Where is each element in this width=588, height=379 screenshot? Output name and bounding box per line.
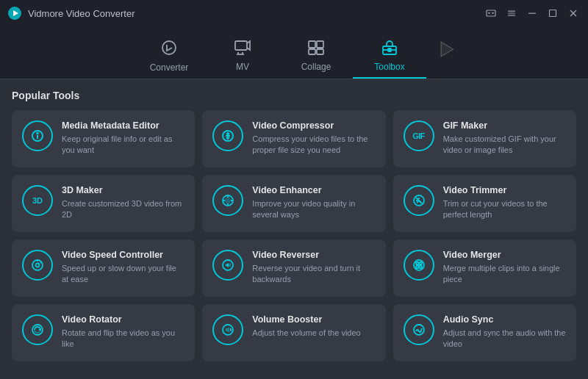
video-compressor-name: Video Compressor (252, 120, 375, 131)
video-merger-name: Video Merger (443, 250, 566, 260)
video-compressor-icon (212, 120, 243, 151)
arrow-indicator (429, 39, 456, 59)
3d-maker-name: 3D Maker (62, 185, 184, 195)
tool-card-video-merger[interactable]: Video Merger Merge multiple clips into a… (393, 239, 576, 297)
audio-sync-desc: Adjust and sync the audio with the video (443, 328, 566, 350)
converter-tab-icon (160, 39, 178, 59)
tab-toolbox-label: Toolbox (374, 62, 404, 72)
tool-card-volume-booster[interactable]: Volume Booster Adjust the volume of the … (202, 304, 385, 361)
menu-icon-btn[interactable] (504, 6, 519, 21)
video-trimmer-info: Video Trimmer Trim or cut your videos to… (443, 185, 566, 221)
tab-mv[interactable]: MV (206, 35, 279, 79)
media-metadata-editor-info: Media Metadata Editor Keep original file… (62, 120, 184, 156)
nav-tabs-bar: Converter MV (0, 26, 588, 79)
svg-line-45 (40, 262, 41, 263)
tab-collage[interactable]: Collage (279, 35, 353, 79)
tool-card-audio-sync[interactable]: Audio Sync Adjust and sync the audio wit… (393, 304, 576, 361)
video-merger-info: Video Merger Merge multiple clips into a… (443, 250, 566, 286)
toolbox-tab-icon (381, 40, 398, 59)
maximize-icon-btn[interactable] (545, 6, 560, 21)
svg-rect-9 (550, 10, 556, 17)
video-enhancer-icon (212, 185, 243, 216)
window-controls (484, 6, 581, 21)
audio-sync-info: Audio Sync Adjust and sync the audio wit… (443, 314, 566, 350)
svg-rect-2 (487, 10, 495, 16)
video-reverser-info: Video Reverser Reverse your video and tu… (252, 250, 375, 286)
audio-sync-icon (404, 314, 434, 345)
video-trimmer-icon (404, 185, 434, 216)
tool-card-media-metadata-editor[interactable]: Media Metadata Editor Keep original file… (12, 110, 195, 167)
video-enhancer-desc: Improve your video quality in several wa… (252, 198, 375, 221)
tool-card-video-speed-controller[interactable]: Video Speed Controller Speed up or slow … (12, 239, 195, 297)
tool-card-video-rotator[interactable]: Video Rotator Rotate and flip the video … (12, 304, 195, 361)
audio-sync-name: Audio Sync (443, 314, 566, 325)
svg-point-42 (32, 260, 43, 270)
app-logo (7, 6, 22, 21)
3d-maker-icon: 3D (22, 185, 53, 216)
video-reverser-icon (212, 250, 243, 281)
tool-card-gif-maker[interactable]: GIF GIF Maker Make customized GIF with y… (393, 110, 576, 167)
video-merger-icon (404, 250, 434, 281)
title-bar: Vidmore Video Converter (0, 0, 588, 26)
svg-rect-5 (508, 11, 515, 12)
video-compressor-desc: Compress your video files to the proper … (252, 134, 375, 156)
video-reverser-name: Video Reverser (252, 250, 375, 260)
svg-rect-8 (528, 13, 536, 14)
video-speed-controller-desc: Speed up or slow down your file at ease (62, 263, 184, 286)
tab-toolbox[interactable]: Toolbox (353, 35, 426, 79)
svg-rect-17 (309, 41, 315, 48)
volume-booster-info: Volume Booster Adjust the volume of the … (252, 314, 375, 339)
video-trimmer-desc: Trim or cut your videos to the perfect l… (443, 198, 566, 221)
tool-card-video-reverser[interactable]: Video Reverser Reverse your video and tu… (202, 239, 385, 297)
3d-maker-desc: Create customized 3D video from 2D (62, 198, 184, 221)
video-trimmer-name: Video Trimmer (443, 185, 566, 195)
svg-point-56 (414, 325, 424, 335)
minimize-icon-btn[interactable] (525, 6, 539, 21)
volume-booster-name: Volume Booster (252, 314, 375, 325)
svg-rect-18 (317, 41, 323, 48)
svg-rect-50 (416, 262, 419, 264)
volume-booster-icon (212, 314, 243, 345)
video-enhancer-name: Video Enhancer (252, 185, 375, 195)
tab-converter[interactable]: Converter (132, 35, 206, 79)
tab-mv-label: MV (236, 62, 249, 72)
subtitle-icon-btn[interactable] (484, 6, 498, 21)
svg-rect-13 (235, 41, 247, 50)
tool-card-video-compressor[interactable]: Video Compressor Compress your video fil… (202, 110, 385, 167)
tab-converter-label: Converter (150, 62, 189, 73)
close-icon-btn[interactable] (566, 6, 581, 21)
video-speed-controller-icon (22, 250, 53, 281)
video-rotator-info: Video Rotator Rotate and flip the video … (62, 314, 184, 350)
video-rotator-desc: Rotate and flip the video as you like (62, 328, 184, 350)
media-metadata-editor-name: Media Metadata Editor (62, 120, 184, 131)
video-speed-controller-name: Video Speed Controller (62, 250, 184, 260)
svg-rect-4 (492, 12, 494, 14)
video-merger-desc: Merge multiple clips into a single piece (443, 263, 566, 286)
media-metadata-editor-icon (22, 120, 53, 151)
video-enhancer-info: Video Enhancer Improve your video qualit… (252, 185, 375, 221)
volume-booster-desc: Adjust the volume of the video (252, 328, 375, 339)
svg-rect-6 (508, 12, 515, 13)
svg-rect-53 (419, 266, 422, 268)
tab-collage-label: Collage (301, 62, 331, 72)
tool-card-video-enhancer[interactable]: Video Enhancer Improve your video qualit… (202, 175, 385, 232)
svg-rect-51 (419, 262, 422, 264)
tool-card-3d-maker[interactable]: 3D 3D Maker Create customized 3D video f… (12, 175, 195, 232)
tool-card-video-trimmer[interactable]: Video Trimmer Trim or cut your videos to… (393, 175, 576, 232)
svg-point-27 (37, 133, 38, 134)
gif-maker-info: GIF Maker Make customized GIF with your … (443, 120, 566, 156)
video-rotator-name: Video Rotator (62, 314, 184, 325)
tool-grid: Media Metadata Editor Keep original file… (12, 110, 576, 361)
svg-rect-23 (388, 48, 391, 51)
mv-tab-icon (234, 40, 251, 59)
svg-rect-3 (488, 12, 490, 14)
gif-maker-desc: Make customized GIF with your video or i… (443, 134, 566, 156)
popular-tools-title: Popular Tools (12, 90, 576, 101)
media-metadata-editor-desc: Keep original file info or edit as you w… (62, 134, 184, 156)
gif-maker-name: GIF Maker (443, 120, 566, 131)
collage-tab-icon (307, 40, 325, 59)
svg-point-12 (162, 41, 176, 54)
app-title: Vidmore Video Converter (28, 8, 484, 19)
svg-rect-19 (309, 49, 315, 54)
video-rotator-icon (22, 314, 53, 345)
